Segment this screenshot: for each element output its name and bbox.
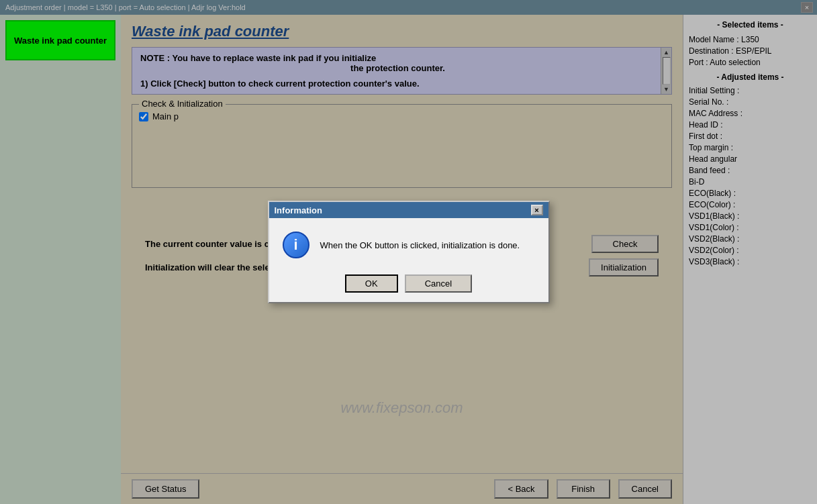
dialog-info-icon: i: [283, 232, 309, 258]
information-dialog: Information × i When the OK button is cl…: [268, 201, 550, 303]
dialog-overlay: Information × i When the OK button is cl…: [0, 0, 817, 504]
dialog-cancel-button[interactable]: Cancel: [405, 274, 472, 293]
dialog-ok-button[interactable]: OK: [345, 274, 398, 293]
dialog-message: When the OK button is clicked, initializ…: [320, 240, 520, 250]
dialog-buttons: OK Cancel: [269, 269, 548, 302]
dialog-close-button[interactable]: ×: [531, 205, 543, 215]
dialog-title: Information: [275, 205, 323, 215]
dialog-body: i When the OK button is clicked, initial…: [269, 218, 548, 269]
dialog-title-bar: Information ×: [269, 202, 548, 218]
